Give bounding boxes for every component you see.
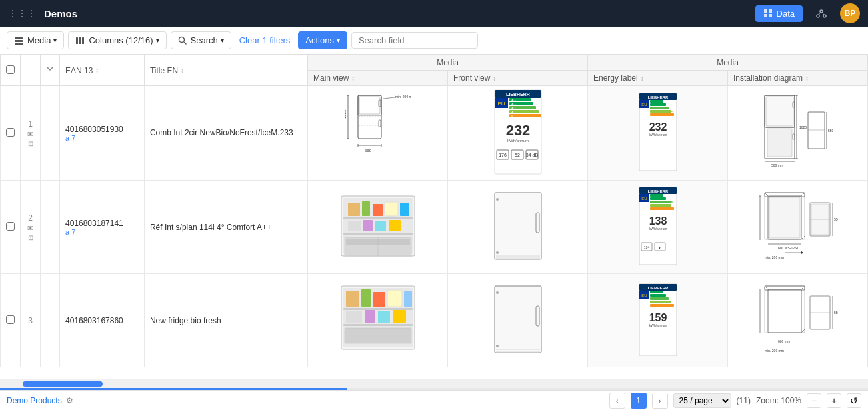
row-2-num: 2 ✉ ⊡ <box>21 181 41 274</box>
svg-rect-177 <box>650 297 669 300</box>
row-1-ean: 4016803051930 a 7 <box>60 86 145 181</box>
svg-rect-91 <box>343 233 413 235</box>
svg-rect-116 <box>650 194 663 197</box>
row-3-checkbox[interactable] <box>6 315 15 324</box>
row-1-checkbox-cell <box>1 86 21 181</box>
svg-text:A+: A+ <box>511 107 515 110</box>
svg-line-8 <box>823 13 825 15</box>
row-1-energy-label[interactable]: LIEBHERR EU 232 kWh/annum <box>588 86 728 181</box>
pagination-next-button[interactable]: › <box>652 393 668 409</box>
row-3-main-view[interactable] <box>308 274 448 367</box>
svg-text:34 dB: 34 dB <box>525 153 538 157</box>
svg-text:min. 200 mm: min. 200 mm <box>395 95 411 99</box>
row-2-title: Réf Int s/plan 114l 4° Comfort A++ <box>144 181 307 274</box>
row-2-actions-cell <box>41 181 60 274</box>
svg-rect-176 <box>650 294 666 297</box>
svg-text:kWh/annum: kWh/annum <box>649 323 667 327</box>
clear-filters-button[interactable]: Clear 1 filters <box>235 32 295 49</box>
svg-text:kWh/annum: kWh/annum <box>507 139 528 143</box>
data-label: Data <box>777 9 795 19</box>
row-2-install-diagram[interactable]: 820 600 WS-12S1 550 <box>728 181 868 274</box>
svg-text:LIEBHERR: LIEBHERR <box>647 95 668 99</box>
svg-rect-155 <box>373 292 385 307</box>
svg-rect-120 <box>650 207 674 210</box>
svg-rect-98 <box>363 220 373 231</box>
row-2-energy-label[interactable]: LIEBHERR EU 138 kWh/annum <box>588 181 728 274</box>
svg-text:232: 232 <box>505 122 530 139</box>
row-2-checkbox[interactable] <box>6 222 15 231</box>
demo-products-tab[interactable]: Demo Products <box>7 396 62 405</box>
svg-rect-90 <box>343 217 413 219</box>
status-left: Demo Products ⚙ <box>7 396 605 405</box>
row-2-front-view[interactable] <box>448 181 588 274</box>
actions-button[interactable]: Actions ▾ <box>298 31 347 49</box>
row-1-actions-cell <box>41 86 60 181</box>
svg-line-186 <box>801 286 805 289</box>
user-avatar[interactable]: BP <box>840 3 860 23</box>
columns-dropdown-button[interactable]: Columns (12/16) ▾ <box>68 31 166 49</box>
svg-line-185 <box>765 286 768 289</box>
graph-view-button[interactable] <box>808 5 835 22</box>
svg-text:min. 200 mm: min. 200 mm <box>765 255 784 259</box>
row-3-actions-cell <box>41 274 60 367</box>
media-label: Media <box>27 35 51 45</box>
svg-rect-151 <box>343 308 413 310</box>
svg-rect-18 <box>358 95 381 115</box>
zoom-minus-button[interactable]: − <box>807 393 821 408</box>
svg-rect-156 <box>387 290 402 307</box>
svg-text:◭: ◭ <box>659 245 661 249</box>
media-dropdown-button[interactable]: Media ▾ <box>7 31 64 49</box>
svg-rect-162 <box>345 328 411 343</box>
row-1-install-diagram[interactable]: 1020 560 mm 550 <box>728 86 868 181</box>
row-3-front-view[interactable] <box>448 274 588 367</box>
svg-rect-160 <box>378 311 390 323</box>
svg-rect-153 <box>346 291 359 307</box>
row-3-install-diagram[interactable]: 600 mm 550 min. 200 mm <box>728 274 868 367</box>
row-1-checkbox[interactable] <box>6 128 15 137</box>
row-1-front-view[interactable]: LIEBHERR EU A+++ A++ A+ A <box>448 86 588 181</box>
svg-rect-65 <box>650 107 669 109</box>
svg-text:550: 550 <box>834 311 838 315</box>
pagination-prev-button[interactable]: ‹ <box>609 393 625 409</box>
row-2-main-view[interactable] <box>308 181 448 274</box>
svg-text:820: 820 <box>758 213 759 219</box>
svg-rect-1 <box>769 9 772 13</box>
media-group-header-1: Media <box>308 55 588 71</box>
zoom-label: Zoom: 100% <box>756 396 801 405</box>
svg-text:560: 560 <box>365 149 372 153</box>
svg-rect-100 <box>389 220 401 231</box>
row-3-energy-label[interactable]: LIEBHERR EU 159 kWh/annum <box>588 274 728 367</box>
svg-point-15 <box>179 37 184 43</box>
page-size-select[interactable]: 25 / page 50 / page 100 / page <box>673 393 731 408</box>
select-all-checkbox[interactable] <box>6 65 15 74</box>
row-3-num: 3 <box>21 274 41 367</box>
svg-rect-158 <box>346 311 362 323</box>
svg-rect-19 <box>359 97 380 114</box>
svg-text:232: 232 <box>649 121 667 133</box>
svg-text:600 mm: 600 mm <box>778 339 790 343</box>
media-group-header-2: Media <box>588 55 868 71</box>
toolbar: Media ▾ Columns (12/16) ▾ Search ▾ Clear… <box>0 27 868 55</box>
svg-line-133 <box>801 236 805 239</box>
row-3-checkbox-cell <box>1 274 21 367</box>
search-button[interactable]: Search ▾ <box>171 31 231 49</box>
data-view-button[interactable]: Data <box>755 5 803 22</box>
zoom-plus-button[interactable]: + <box>827 393 841 408</box>
search-field-input[interactable] <box>351 32 478 49</box>
svg-text:114: 114 <box>643 245 649 249</box>
progress-bar <box>0 388 868 390</box>
svg-marker-147 <box>801 251 803 254</box>
zoom-reset-button[interactable]: ↺ <box>847 393 861 408</box>
table-wrap[interactable]: EAN 13 ↕ Title EN ↕ Media Media <box>0 55 868 379</box>
svg-rect-188 <box>765 286 805 333</box>
settings-gear-icon[interactable]: ⚙ <box>66 396 73 405</box>
svg-rect-117 <box>650 197 666 200</box>
status-right: ‹ 1 › 25 / page 50 / page 100 / page (11… <box>609 393 861 409</box>
svg-rect-11 <box>15 43 23 45</box>
svg-text:52: 52 <box>515 153 520 157</box>
svg-rect-154 <box>361 289 371 307</box>
row-1-main-view[interactable]: 1220 560 min. 200 mm <box>308 86 448 181</box>
header-num-col <box>21 55 41 86</box>
svg-point-108 <box>496 251 499 254</box>
header-actions-col <box>41 55 60 86</box>
